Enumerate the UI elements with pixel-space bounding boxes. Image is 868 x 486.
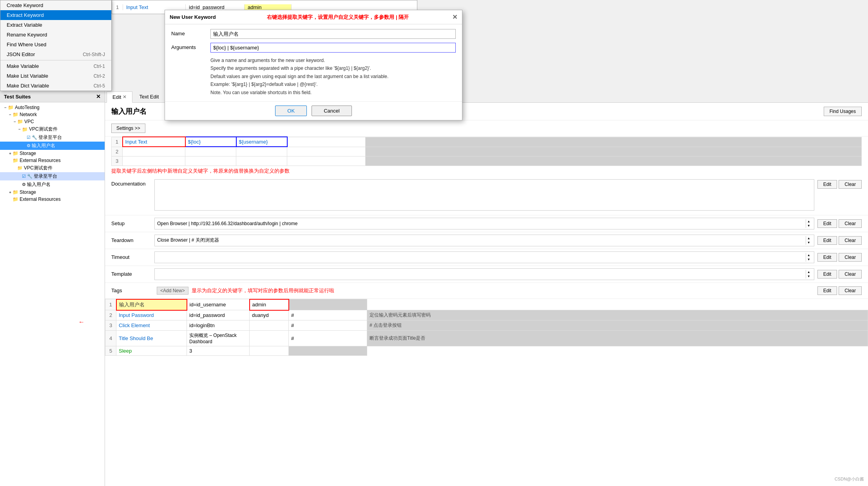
bottom-row-2-keyword[interactable]: Input Password xyxy=(116,310,187,320)
meta-doc-input[interactable] xyxy=(154,179,814,211)
meta-setup-input[interactable]: Open Browser | http://192.166.66.32/dash… xyxy=(154,218,814,229)
toggle-autotesting[interactable]: − xyxy=(3,106,8,110)
settings-button[interactable]: Settings >> xyxy=(111,124,145,133)
template-spinner-down[interactable]: ▼ xyxy=(806,274,812,278)
bottom-row-2-arg1[interactable]: id=id_password xyxy=(187,310,250,320)
bottom-row-4-arg1[interactable]: 实例概览 – OpenStack Dashboard xyxy=(187,331,250,346)
meta-doc-edit-btn[interactable]: Edit xyxy=(817,180,837,189)
menu-item-find-where-used[interactable]: Find Where Used xyxy=(0,40,111,49)
meta-template-input[interactable]: ▲ ▼ xyxy=(154,268,814,280)
meta-template-clear-btn[interactable]: Clear xyxy=(839,270,862,278)
meta-tags-edit-btn[interactable]: Edit xyxy=(817,286,837,295)
tab-text-edit[interactable]: Text Edit xyxy=(133,91,165,102)
meta-timeout-clear-btn[interactable]: Clear xyxy=(839,253,862,262)
kw-row-3-arg3[interactable] xyxy=(287,156,366,166)
meta-teardown-input[interactable]: Close Browser | # 关闭浏览器 ▲ ▼ xyxy=(154,235,814,246)
bottom-row-2-arg2[interactable]: duanyd xyxy=(250,310,289,320)
meta-setup-edit-btn[interactable]: Edit xyxy=(817,219,837,228)
tree-item-login[interactable]: ☑ 🔧 登录至平台 xyxy=(0,133,105,142)
dialog-cancel-button[interactable]: Cancel xyxy=(312,106,352,116)
setup-spinner-up[interactable]: ▲ xyxy=(806,219,812,224)
template-spinner-up[interactable]: ▲ xyxy=(806,270,812,274)
bottom-row-1-arg1[interactable]: id=id_username xyxy=(187,299,250,310)
meta-timeout-input[interactable]: ▲ ▼ xyxy=(154,251,814,263)
find-usages-button[interactable]: Find Usages xyxy=(824,107,862,116)
bottom-row-5-keyword[interactable]: Sleep xyxy=(116,346,187,356)
toggle-vpc-suite[interactable]: − xyxy=(17,127,22,131)
bottom-row-5-arg2[interactable] xyxy=(250,346,289,356)
tree-item-storage-bottom[interactable]: + 📁 Storage xyxy=(0,189,105,196)
meta-timeout-edit-btn[interactable]: Edit xyxy=(817,253,837,262)
kw-row-2-arg3[interactable] xyxy=(287,147,366,156)
bottom-row-2-arg3[interactable]: # xyxy=(289,310,367,320)
bottom-row-3-arg2[interactable] xyxy=(250,320,289,331)
dialog-close-button[interactable]: ✕ xyxy=(452,13,457,21)
toggle-storage[interactable]: + xyxy=(8,151,13,156)
bottom-row-3-keyword[interactable]: Click Element xyxy=(116,320,187,331)
tree-item-network[interactable]: − 📁 Network xyxy=(0,111,105,118)
meta-teardown-clear-btn[interactable]: Clear xyxy=(839,236,862,245)
meta-template-edit-btn[interactable]: Edit xyxy=(817,270,837,278)
kw-row-3-name[interactable] xyxy=(123,156,185,166)
tree-item-ext-resources[interactable]: 📁 External Resources xyxy=(0,157,105,164)
menu-item-json-editor[interactable]: JSON Editor Ctrl-Shift-J xyxy=(0,49,111,59)
tree-item-ext-input-username[interactable]: ⚙ 输入用户名 xyxy=(0,180,105,189)
tree-item-input-username[interactable]: ⚙ 输入用户名 xyxy=(0,142,105,150)
tree-item-ext-resources-bottom[interactable]: 📁 External Resources xyxy=(0,196,105,203)
menu-item-extract-keyword[interactable]: Extract Keyword xyxy=(0,10,111,20)
menu-item-make-dict-variable[interactable]: Make Dict Variable Ctrl-5 xyxy=(0,81,111,91)
bottom-row-4-arg2[interactable] xyxy=(250,331,289,346)
toggle-vpc[interactable]: − xyxy=(13,120,17,124)
bottom-row-4-arg3[interactable]: # xyxy=(289,331,367,346)
label-ext-login: 登录至平台 xyxy=(34,173,57,180)
tag-add-button[interactable]: <Add New> xyxy=(157,287,188,295)
tree-item-vpc[interactable]: − 📁 VPC xyxy=(0,118,105,125)
setup-spinner-down[interactable]: ▼ xyxy=(806,224,812,228)
teardown-spinner-up[interactable]: ▲ xyxy=(806,236,812,240)
meta-tags-clear-btn[interactable]: Clear xyxy=(839,286,862,295)
teardown-spinner-down[interactable]: ▼ xyxy=(806,240,812,245)
tree-item-ext-vpc-suite[interactable]: 📁 VPC测试套件 xyxy=(0,164,105,172)
meta-setup-clear-btn[interactable]: Clear xyxy=(839,219,862,228)
dialog-body: Name Arguments Give a name and arguments… xyxy=(165,24,462,101)
toggle-network[interactable]: − xyxy=(8,113,13,117)
meta-doc-clear-btn[interactable]: Clear xyxy=(839,180,862,189)
kw-row-2-name[interactable] xyxy=(123,147,185,156)
dialog-arguments-input[interactable] xyxy=(210,43,456,53)
kw-row-1-name[interactable]: Input Text xyxy=(123,137,185,147)
tree-item-ext-login[interactable]: ☑ 🔧 登录至平台 xyxy=(0,172,105,180)
kw-row-2-arg2[interactable] xyxy=(236,147,287,156)
toggle-storage-bottom[interactable]: + xyxy=(8,190,13,195)
bottom-row-3-arg3[interactable]: # xyxy=(289,320,367,331)
panel-close-button[interactable]: ✕ xyxy=(96,93,101,100)
meta-tags-label: Tags xyxy=(111,288,154,293)
kw-row-1-arg3[interactable] xyxy=(287,137,366,147)
kw-row-3-arg1[interactable] xyxy=(185,156,236,166)
menu-item-make-variable[interactable]: Make Variable Ctrl-1 xyxy=(0,61,111,71)
tree-item-vpc-suite[interactable]: − 📁 VPC测试套件 xyxy=(0,125,105,133)
timeout-spinner-down[interactable]: ▼ xyxy=(806,257,812,262)
meta-tags-actions: Edit Clear xyxy=(817,286,862,295)
menu-item-rename-keyword[interactable]: Rename Keyword xyxy=(0,30,111,40)
dialog-ok-button[interactable]: OK xyxy=(275,106,307,116)
bottom-row-1-keyword[interactable]: 输入用户名 xyxy=(116,299,187,310)
kw-row-2-arg1[interactable] xyxy=(185,147,236,156)
timeout-spinner-up[interactable]: ▲ xyxy=(806,253,812,257)
tree-item-autotesting[interactable]: − 📁 AutoTesting xyxy=(0,104,105,111)
bottom-row-3-arg1[interactable]: id=loginBtn xyxy=(187,320,250,331)
bottom-row-4-keyword[interactable]: Title Should Be xyxy=(116,331,187,346)
kw-row-1-arg2[interactable]: ${username} xyxy=(236,137,287,147)
dialog-name-input[interactable] xyxy=(210,29,456,39)
bottom-row-1-arg2[interactable]: admin xyxy=(250,299,289,310)
menu-item-create-keyword[interactable]: Create Keyword xyxy=(0,0,111,10)
bottom-row-5-arg1[interactable]: 3 xyxy=(187,346,250,356)
kw-row-3-arg2[interactable] xyxy=(236,156,287,166)
menu-item-make-list-variable[interactable]: Make List Variable Ctrl-2 xyxy=(0,71,111,81)
tree-item-storage[interactable]: + 📁 Storage xyxy=(0,150,105,157)
tab-edit[interactable]: Edit ✕ xyxy=(107,91,132,103)
kw-row-1-arg1[interactable]: ${loc} xyxy=(185,137,236,147)
meta-teardown-edit-btn[interactable]: Edit xyxy=(817,236,837,245)
tab-edit-close[interactable]: ✕ xyxy=(123,94,127,100)
menu-item-extract-variable[interactable]: Extract Variable xyxy=(0,20,111,30)
new-keyword-dialog: New User Keyword 右键选择提取关键字，设置用户自定义关键字，多参… xyxy=(165,10,462,120)
